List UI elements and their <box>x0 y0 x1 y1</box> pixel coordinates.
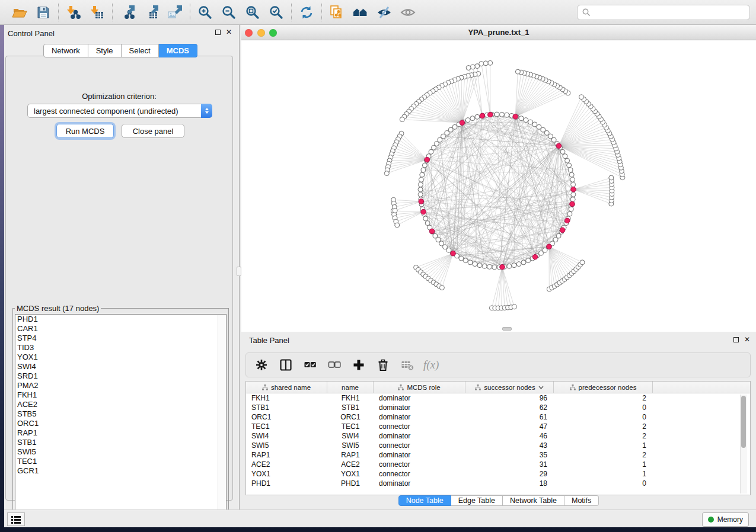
table-panel-float-button[interactable] <box>733 337 739 342</box>
mcds-result-item[interactable]: CAR1 <box>15 324 226 334</box>
tab-edge-table[interactable]: Edge Table <box>451 495 503 506</box>
table-scrollbar[interactable] <box>740 395 747 493</box>
table-panel-close-button[interactable]: ✕ <box>744 337 750 342</box>
mcds-result-item[interactable]: PMA2 <box>15 381 226 390</box>
delete-table-button[interactable] <box>399 357 416 373</box>
table-cell: dominator <box>374 393 465 403</box>
zoom-in-button[interactable] <box>196 4 214 21</box>
table-cell: SWI5 <box>246 441 327 450</box>
mcds-result-item[interactable]: STB5 <box>15 409 226 419</box>
import-network-button[interactable] <box>65 4 82 21</box>
memory-button[interactable]: Memory <box>702 512 749 527</box>
table-row[interactable]: ORC1ORC1dominator610 <box>246 412 750 422</box>
tab-select[interactable]: Select <box>122 44 159 57</box>
column-header-name[interactable]: name <box>327 382 374 393</box>
table-cell: SWI5 <box>327 441 374 450</box>
tab-motifs[interactable]: Motifs <box>564 495 599 506</box>
mcds-result-item[interactable]: SWI4 <box>15 362 226 371</box>
hide-selected-button[interactable] <box>375 4 393 21</box>
table-row[interactable]: YOX1YOX1connector291 <box>246 469 750 479</box>
save-session-button[interactable] <box>34 4 52 21</box>
delete-column-button[interactable] <box>375 357 391 373</box>
export-network-button[interactable] <box>119 4 136 21</box>
zoom-selected-button[interactable] <box>267 4 285 21</box>
refresh-button[interactable] <box>298 4 315 21</box>
function-builder-button[interactable]: f(x) <box>423 357 439 373</box>
table-row[interactable]: TEC1TEC1connector472 <box>246 422 750 431</box>
memory-status-icon <box>708 517 714 523</box>
close-panel-button[interactable]: Close panel <box>122 124 184 138</box>
table-cell: 31 <box>465 460 554 469</box>
criterion-dropdown[interactable]: largest connected component (undirected) <box>27 104 212 118</box>
mcds-result-item[interactable]: SRD1 <box>15 371 226 381</box>
control-panel-float-button[interactable] <box>215 30 221 35</box>
zoom-fit-button[interactable] <box>244 4 261 21</box>
add-column-button[interactable] <box>350 357 367 373</box>
mcds-result-group: MCDS result (17 nodes) PHD1CAR1STP4TID3Y… <box>12 304 229 524</box>
tab-network-table[interactable]: Network Table <box>503 495 564 506</box>
table-row[interactable]: FKH1FKH1dominator962 <box>246 393 750 403</box>
mcds-result-item[interactable]: YOX1 <box>15 352 226 362</box>
mcds-result-item[interactable]: ORC1 <box>15 419 226 428</box>
column-header-successor-nodes[interactable]: successor nodes <box>465 382 554 393</box>
clone-network-button[interactable] <box>328 4 346 21</box>
mcds-result-item[interactable]: RAP1 <box>15 428 226 438</box>
tab-style[interactable]: Style <box>88 44 122 57</box>
first-neighbors-button[interactable] <box>352 4 369 21</box>
table-row[interactable]: SWI4SWI4dominator462 <box>246 431 750 441</box>
tab-node-table[interactable]: Node Table <box>398 495 451 506</box>
mcds-result-item[interactable]: ACE2 <box>15 400 226 409</box>
mcds-list-scrollbar[interactable] <box>218 315 225 521</box>
table-row[interactable]: PHD1PHD1dominator180 <box>246 479 750 488</box>
column-header-predecessor-nodes[interactable]: predecessor nodes <box>554 382 653 393</box>
import-table-button[interactable] <box>88 4 106 21</box>
table-mode-button[interactable] <box>253 357 270 373</box>
mcds-result-item[interactable]: TEC1 <box>15 457 226 466</box>
zoom-out-button[interactable] <box>220 4 238 21</box>
table-cell: 35 <box>465 450 554 460</box>
table-cell: 62 <box>465 403 554 412</box>
splitter-grip[interactable] <box>237 267 241 276</box>
zoom-fit-icon <box>245 5 260 20</box>
table-scrollbar-thumb[interactable] <box>741 396 746 448</box>
run-mcds-button[interactable]: Run MCDS <box>56 124 114 138</box>
deselect-all-button[interactable] <box>326 357 343 373</box>
network-canvas[interactable] <box>241 40 756 332</box>
table-row[interactable]: ACE2ACE2connector311 <box>246 460 750 469</box>
mcds-result-item[interactable]: TID3 <box>15 343 226 352</box>
tab-network[interactable]: Network <box>43 44 88 57</box>
mcds-tab-content: Optimization criterion: largest connecte… <box>5 56 233 501</box>
export-image-button[interactable] <box>166 4 184 21</box>
export-table-button[interactable] <box>142 4 160 21</box>
open-file-button[interactable] <box>11 4 28 21</box>
table-cell: 47 <box>465 422 554 431</box>
mcds-result-item[interactable]: STB1 <box>15 438 226 447</box>
mcds-result-item[interactable]: FKH1 <box>15 390 226 400</box>
table-row[interactable]: STB1STB1dominator620 <box>246 403 750 412</box>
column-header-MCDS-role[interactable]: MCDS role <box>374 382 465 393</box>
mcds-result-item[interactable]: PHD1 <box>15 315 226 324</box>
mcds-result-item[interactable]: SWI5 <box>15 447 226 457</box>
column-header-shared-name[interactable]: shared name <box>246 382 327 393</box>
function-builder-icon: f(x) <box>423 358 439 371</box>
search-input[interactable] <box>594 8 745 17</box>
mcds-result-item[interactable]: GCR1 <box>15 466 226 476</box>
show-columns-button[interactable] <box>277 357 294 373</box>
table-cell: TEC1 <box>327 422 374 431</box>
table-panel: Table Panel ✕ f(x) shared namenameMCDS r… <box>241 332 756 509</box>
table-header-row: shared namenameMCDS rolesuccessor nodesp… <box>246 382 750 393</box>
column-header-filler <box>653 382 750 393</box>
control-panel-close-button[interactable]: ✕ <box>226 30 232 35</box>
table-row[interactable]: SWI5SWI5connector431 <box>246 441 750 450</box>
select-all-button[interactable] <box>302 357 318 373</box>
horizontal-splitter-grip[interactable] <box>502 327 512 331</box>
task-history-button[interactable] <box>7 512 25 526</box>
tab-mcds[interactable]: MCDS <box>159 44 197 57</box>
show-all-button[interactable] <box>399 4 417 21</box>
table-cell: dominator <box>374 431 465 441</box>
mcds-result-item[interactable]: STP4 <box>15 334 226 343</box>
show-columns-icon <box>279 358 292 371</box>
panel-splitter[interactable] <box>237 25 241 509</box>
table-row[interactable]: RAP1RAP1dominator352 <box>246 450 750 460</box>
table-cell: 2 <box>554 393 653 403</box>
